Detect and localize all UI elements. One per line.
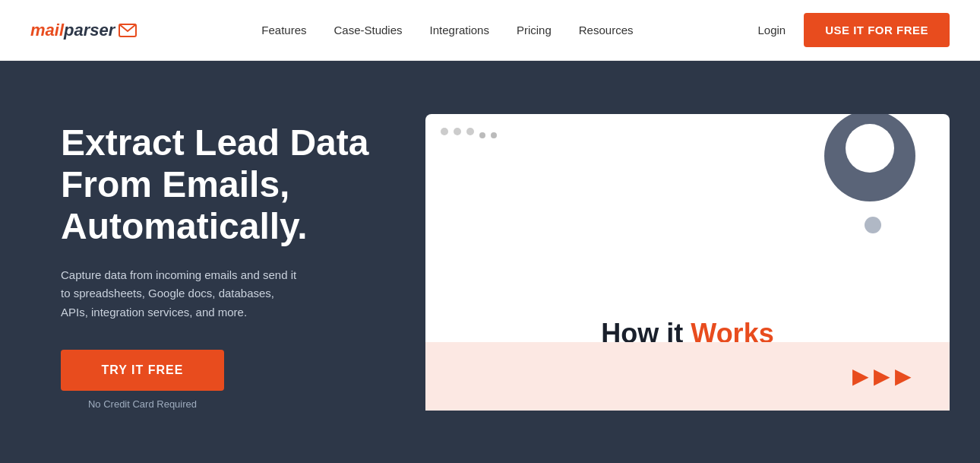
small-circle-icon — [865, 217, 881, 233]
circle-graphic-icon — [820, 114, 919, 205]
dot-row2 — [479, 132, 497, 138]
logo[interactable]: mailparser — [30, 21, 137, 40]
logo-mail: ma — [30, 21, 55, 40]
login-button[interactable]: Login — [757, 24, 786, 36]
nav-item-integrations[interactable]: Integrations — [430, 24, 489, 37]
dot-5 — [491, 132, 497, 138]
panel-dots — [441, 128, 497, 138]
use-it-free-button[interactable]: USE IT FOR FREE — [804, 13, 950, 47]
nav-links: Features Case-Studies Integrations Prici… — [261, 24, 633, 37]
nav-item-resources[interactable]: Resources — [579, 24, 634, 37]
dot-4 — [479, 132, 485, 138]
dot-1 — [441, 128, 448, 135]
hero-section: Extract Lead Data From Emails, Automatic… — [0, 61, 980, 463]
play-arrow-3-icon: ▶ — [895, 366, 912, 387]
nav-right: Login USE IT FOR FREE — [757, 13, 950, 47]
hero-left: Extract Lead Data From Emails, Automatic… — [61, 106, 380, 410]
dot-3 — [466, 128, 474, 135]
svg-point-2 — [846, 124, 894, 173]
nav-item-pricing[interactable]: Pricing — [517, 24, 552, 37]
hero-heading: Extract Lead Data From Emails, Automatic… — [61, 122, 380, 248]
hero-right: How it Works ▶ ▶ ▶ — [425, 106, 950, 411]
hero-subtext: Capture data from incoming emails and se… — [61, 266, 304, 322]
logo-text: mailparser — [30, 21, 115, 40]
try-it-free-button[interactable]: TRY IT FREE — [61, 350, 224, 391]
video-panel[interactable]: How it Works ▶ ▶ ▶ — [425, 114, 950, 411]
no-credit-card-text: No Credit Card Required — [61, 398, 224, 410]
nav-item-case-studies[interactable]: Case-Studies — [334, 24, 402, 37]
play-arrow-2-icon: ▶ — [874, 366, 890, 387]
nav-item-features[interactable]: Features — [261, 24, 306, 37]
logo-envelope-icon — [119, 24, 137, 37]
play-arrow-1-icon: ▶ — [852, 366, 869, 387]
navbar: mailparser Features Case-Studies Integra… — [0, 0, 980, 61]
logo-i: il — [55, 21, 64, 40]
bottom-bar[interactable]: ▶ ▶ ▶ — [425, 342, 950, 411]
dot-2 — [454, 128, 461, 135]
logo-parser: parser — [64, 21, 115, 40]
